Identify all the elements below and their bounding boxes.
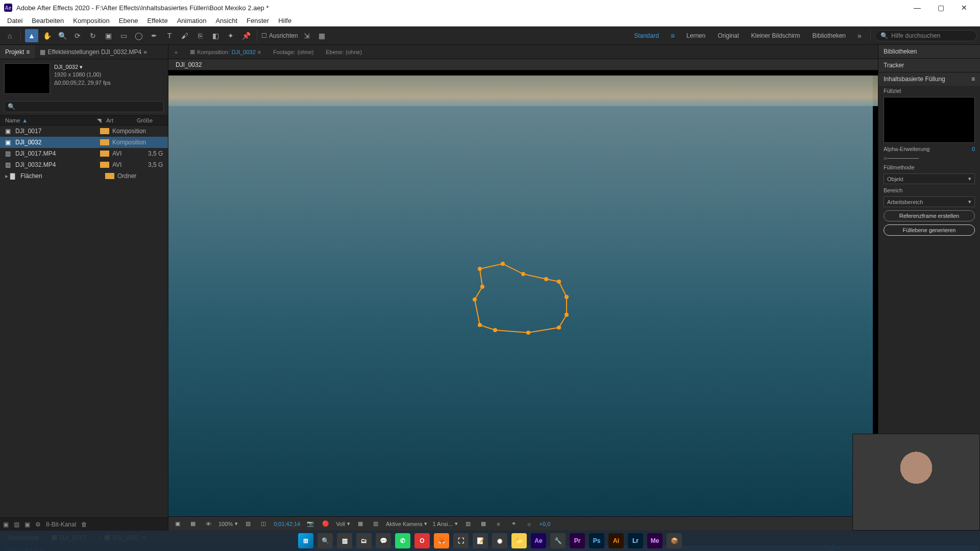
maximize-button[interactable]: ▢ (929, 0, 952, 15)
layer-tab[interactable]: Ebene: (ohne) (323, 46, 365, 58)
panel-content-aware-fill[interactable]: Inhaltsbasierte Füllung≡ (878, 72, 980, 86)
new-folder-icon[interactable]: ▥ (14, 521, 19, 528)
obs-app[interactable]: ◉ (492, 533, 507, 548)
selection-tool[interactable]: ▲ (25, 29, 38, 42)
app-icon[interactable]: 🔧 (550, 533, 566, 548)
mask-visibility-icon[interactable]: 👁 (203, 521, 213, 527)
new-comp-icon[interactable]: ▣ (24, 521, 30, 528)
flowchart-icon[interactable]: ⚭ (509, 520, 519, 527)
alpha-exp-value[interactable]: 0 (972, 146, 975, 152)
teams-app[interactable]: 💬 (376, 533, 391, 548)
grid-icon[interactable]: ▦ (355, 520, 365, 527)
hand-tool[interactable]: ✋ (40, 29, 54, 42)
menu-datei[interactable]: Datei (3, 16, 27, 26)
folder-app[interactable]: 📁 (511, 533, 527, 548)
menu-animation[interactable]: Animation (173, 16, 211, 26)
footage-tab[interactable]: Footage: (ohne) (270, 46, 316, 58)
help-search[interactable]: 🔍 Hilfe durchsuchen (875, 30, 977, 41)
resolution-dropdown[interactable]: Voll ▾ (336, 520, 350, 527)
app-icon[interactable]: ⛶ (453, 533, 469, 548)
mask-path-overlay[interactable] (457, 251, 590, 353)
rotate-tool[interactable]: ↻ (86, 29, 100, 42)
whatsapp-app[interactable]: ✆ (395, 533, 410, 548)
pen-tool[interactable]: ✒ (148, 29, 161, 42)
menu-ebene[interactable]: Ebene (115, 16, 142, 26)
close-button[interactable]: ✕ (952, 0, 976, 15)
snap-grid-icon[interactable]: ▦ (315, 29, 329, 42)
firefox-app[interactable]: 🦊 (434, 533, 449, 548)
trash-icon[interactable]: 🗑 (81, 521, 87, 528)
comp-nav-back[interactable]: « (172, 46, 181, 58)
app-icon[interactable]: 📦 (667, 533, 682, 548)
workspace-bibliotheken[interactable]: Bibliotheken (807, 32, 851, 39)
resolution-icon[interactable]: ▥ (243, 520, 253, 527)
tab-effekteinstellungen[interactable]: ▦ Effekteinstellungen DJI_0032.MP4 » (35, 45, 152, 59)
project-list[interactable]: ▣DJI_0017Komposition ▣DJI_0032Kompositio… (0, 126, 168, 517)
clone-tool[interactable]: ⎘ (193, 29, 207, 42)
project-row[interactable]: ▸▇FlächenOrdner (0, 170, 168, 182)
eraser-tool[interactable]: ◧ (209, 29, 222, 42)
composition-viewer[interactable] (168, 70, 878, 516)
mask-toggle-icon[interactable]: ▣ (173, 520, 183, 527)
menu-komposition[interactable]: Komposition (69, 16, 114, 26)
panel-bibliotheken[interactable]: Bibliotheken (878, 45, 980, 58)
puppet-tool[interactable]: 📌 (239, 29, 253, 42)
orbit-tool[interactable]: ⟳ (71, 29, 84, 42)
illustrator-app[interactable]: Ai (608, 533, 624, 548)
snapshot-icon[interactable]: 📷 (305, 520, 315, 527)
zoom-tool[interactable]: 🔍 (56, 29, 69, 42)
zoom-dropdown[interactable]: 100% ▾ (218, 520, 238, 527)
menu-fenster[interactable]: Fenster (242, 16, 273, 26)
roto-tool[interactable]: ✦ (224, 29, 237, 42)
anchor-tool[interactable]: ▣ (102, 29, 115, 42)
project-row[interactable]: ▣DJI_0032Komposition (0, 137, 168, 148)
task-view[interactable]: ▥ (337, 533, 352, 548)
opera-app[interactable]: O (414, 533, 430, 548)
workspace-options-icon[interactable]: ≡ (666, 29, 679, 42)
project-row[interactable]: ▣DJI_0017Komposition (0, 126, 168, 137)
settings-icon[interactable]: ⚙ (35, 521, 41, 528)
photoshop-app[interactable]: Ps (589, 533, 604, 548)
tab-projekt[interactable]: Projekt ≡ (0, 45, 35, 59)
fast-preview-icon[interactable]: ▦ (478, 520, 488, 527)
generate-fill-layer-button[interactable]: Füllebene generieren (884, 224, 975, 236)
snap-opt-icon[interactable]: ⇲ (300, 29, 313, 42)
ellipse-tool[interactable]: ◯ (132, 29, 145, 42)
menu-hilfe[interactable]: Hilfe (274, 16, 296, 26)
project-search[interactable]: 🔍 (4, 101, 164, 112)
comp-tab-active[interactable]: ▦ Komposition: DJI_0032 ≡ (187, 45, 264, 58)
pixel-aspect-icon[interactable]: ▥ (463, 520, 473, 527)
depth-label[interactable]: 8-Bit-Kanal (46, 521, 76, 528)
exposure-reset-icon[interactable]: ☼ (524, 521, 534, 527)
premiere-app[interactable]: Pr (570, 533, 585, 548)
create-reference-frame-button[interactable]: Referenzframe erstellen (884, 210, 975, 221)
views-dropdown[interactable]: 1 Ansi... ▾ (432, 520, 457, 527)
menu-ansicht[interactable]: Ansicht (211, 16, 241, 26)
workspace-original[interactable]: Original (713, 32, 744, 39)
exposure-value[interactable]: +0,0 (540, 521, 551, 527)
fill-range-dropdown[interactable]: Arbeitsbereich▾ (884, 196, 975, 207)
interpret-icon[interactable]: ▣ (3, 521, 9, 528)
project-row[interactable]: ▥DJI_0017.MP4AVI3,5 G (0, 148, 168, 159)
after-effects-app[interactable]: Ae (531, 533, 546, 548)
timeline-icon[interactable]: ≡ (494, 521, 504, 527)
workspace-lernen[interactable]: Lernen (681, 32, 710, 39)
search-app[interactable]: 🔍 (317, 533, 333, 548)
viewer-timecode[interactable]: 0;01;42;14 (274, 521, 300, 527)
workspace-more-icon[interactable]: » (853, 29, 866, 42)
snap-checkbox[interactable]: ☐Ausrichten (261, 32, 298, 39)
fill-method-dropdown[interactable]: Objekt▾ (884, 173, 975, 184)
menu-bearbeiten[interactable]: Bearbeiten (28, 16, 68, 26)
workspace-standard[interactable]: Standard (629, 32, 664, 39)
channel-icon[interactable]: 🔴 (321, 520, 331, 527)
menu-effekte[interactable]: Effekte (143, 16, 172, 26)
workspace-kleiner[interactable]: Kleiner Bildschirm (746, 32, 805, 39)
project-row[interactable]: ▥DJI_0032.MP4AVI3,5 G (0, 159, 168, 170)
rect-tool[interactable]: ▭ (117, 29, 130, 42)
lightroom-app[interactable]: Lr (628, 533, 643, 548)
panel-tracker[interactable]: Tracker (878, 59, 980, 72)
panel-menu-icon[interactable]: ≡ (971, 76, 975, 83)
home-tool[interactable]: ⌂ (3, 29, 16, 42)
app-icon[interactable]: 📝 (473, 533, 488, 548)
start-button[interactable]: ⊞ (298, 533, 313, 548)
